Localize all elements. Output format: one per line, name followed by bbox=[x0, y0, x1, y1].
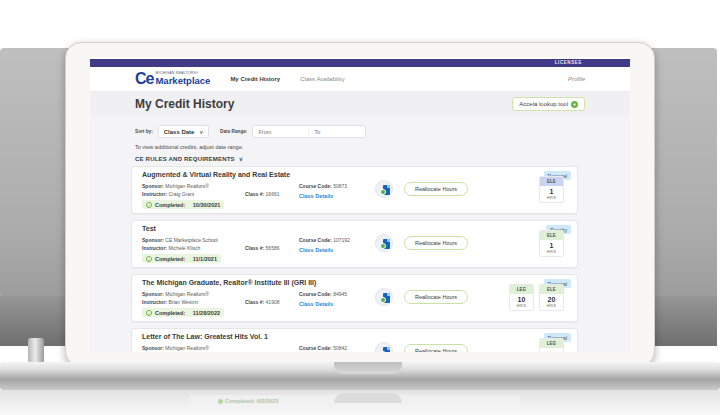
sponsor-label: Sponsor: bbox=[142, 291, 164, 297]
credit-hours: 20 bbox=[540, 296, 563, 303]
credit-badges: LEG 10HRS ELE 20HRS bbox=[509, 284, 564, 311]
completed-label: Completed: bbox=[155, 310, 185, 316]
course-code-label: Course Code: bbox=[299, 237, 332, 243]
credit-hours: 10 bbox=[510, 296, 533, 303]
credit-type: ELE bbox=[540, 285, 563, 294]
mockup-stage: LICENSEE Ce MICHIGAN REALTORS® Marketpla… bbox=[0, 0, 720, 415]
instructor-label: Instructor: bbox=[142, 299, 167, 305]
class-number-label: Class #: bbox=[245, 245, 264, 251]
credit-hours: 1 bbox=[540, 188, 563, 195]
sponsor-label: Sponsor: bbox=[142, 237, 164, 243]
ce-rules-toggle[interactable]: CE RULES AND REQUIREMENTS∨ bbox=[135, 155, 243, 162]
sort-by-dropdown[interactable]: Class Date ∨ bbox=[158, 125, 209, 138]
credit-badge: ELE 20HRS bbox=[539, 284, 564, 311]
main-navbar: Ce MICHIGAN REALTORS® Marketplace My Cre… bbox=[90, 67, 630, 92]
content-area: Sort by: Class Date ∨ Date Range: To vie… bbox=[90, 116, 630, 352]
course-code-value: 84945 bbox=[333, 291, 347, 297]
check-icon bbox=[218, 399, 223, 404]
profile-link[interactable]: Profile bbox=[568, 76, 585, 82]
course-code-label: Course Code: bbox=[299, 345, 332, 351]
accela-label: Accela lookup tool bbox=[519, 101, 568, 107]
course-card: Letter of The Law: Greatest Hits Vol. 1 … bbox=[131, 328, 578, 352]
course-code-value: 50873 bbox=[333, 183, 347, 189]
instructor-label: Instructor: bbox=[142, 245, 167, 251]
licensee-bar: LICENSEE bbox=[90, 59, 630, 67]
course-code-label: Course Code: bbox=[299, 291, 332, 297]
sponsor-value: Michigan Realtors® bbox=[165, 183, 209, 189]
reallocate-hours-button[interactable]: Reallocate Hours bbox=[404, 290, 468, 304]
course-title: Letter of The Law: Greatest Hits Vol. 1 bbox=[142, 333, 268, 340]
nav-class-availability[interactable]: Class Availability bbox=[300, 76, 345, 82]
reallocate-hours-button[interactable]: Reallocate Hours bbox=[404, 236, 468, 250]
page-title: My Credit History bbox=[135, 97, 234, 111]
credit-badge: LEG bbox=[539, 338, 564, 352]
date-range-label: Date Range: bbox=[220, 129, 247, 134]
course-card: Augmented & Virtual Reality and Real Est… bbox=[131, 166, 578, 214]
sponsor-label: Sponsor: bbox=[142, 345, 164, 351]
credit-badge: ELE 1HRS bbox=[539, 176, 564, 203]
date-range-hint: To view additional credits, adjust date … bbox=[135, 144, 243, 150]
reflection-notch bbox=[334, 393, 402, 403]
credit-hours: 1 bbox=[540, 242, 563, 249]
date-to-input[interactable] bbox=[309, 129, 365, 135]
completed-label: Completed: bbox=[155, 202, 185, 208]
reallocate-hours-button[interactable]: Reallocate Hours bbox=[404, 344, 468, 352]
course-code-value: 107192 bbox=[333, 237, 350, 243]
class-number-value: 16661 bbox=[266, 191, 280, 197]
filter-bar: Sort by: Class Date ∨ Date Range: bbox=[135, 125, 366, 138]
credit-type: ELE bbox=[540, 231, 563, 240]
hrs-label: HRS bbox=[510, 303, 533, 308]
instructor-value: Craig Grant bbox=[168, 191, 194, 197]
check-icon: ✓ bbox=[146, 256, 152, 262]
class-number-value: 56586 bbox=[266, 245, 280, 251]
hrs-label: HRS bbox=[540, 303, 563, 308]
course-doc-icon bbox=[375, 180, 393, 198]
hrs-label: HRS bbox=[540, 195, 563, 200]
completed-chip: ✓ Completed: 11/28/2022 bbox=[142, 308, 224, 317]
course-doc-icon bbox=[375, 234, 393, 252]
chevron-down-icon: ∨ bbox=[199, 129, 203, 135]
course-title: Test bbox=[142, 225, 156, 232]
instructor-value: Michele Klisch bbox=[168, 245, 200, 251]
course-card: The Michigan Graduate, Realtor® Institut… bbox=[131, 274, 578, 322]
course-title: Augmented & Virtual Reality and Real Est… bbox=[142, 171, 290, 178]
reflection-completed-text: Completed: 6/2/2023 bbox=[225, 398, 278, 404]
sponsor-value: CE Marketplace School bbox=[165, 237, 217, 243]
instructor-value: Brian Westrin bbox=[168, 299, 198, 305]
date-from-input[interactable] bbox=[253, 129, 309, 135]
course-code-label: Course Code: bbox=[299, 183, 332, 189]
class-details-link[interactable]: Class Details bbox=[299, 301, 333, 307]
completed-date: 10/30/2021 bbox=[193, 202, 221, 208]
class-number-label: Class #: bbox=[245, 191, 264, 197]
credit-badges: LEG bbox=[539, 338, 564, 352]
accela-lookup-button[interactable]: Accela lookup tool + bbox=[512, 97, 585, 111]
completed-chip: ✓ Completed: 10/30/2021 bbox=[142, 200, 224, 209]
class-details-link[interactable]: Class Details bbox=[299, 193, 333, 199]
class-details-link[interactable]: Class Details bbox=[299, 247, 333, 253]
credit-badges: ELE 1HRS bbox=[539, 176, 564, 203]
page-title-band: My Credit History Accela lookup tool + bbox=[90, 92, 630, 116]
sponsor-label: Sponsor: bbox=[142, 183, 164, 189]
class-number-value: 41908 bbox=[266, 299, 280, 305]
instructor-label: Instructor: bbox=[142, 191, 167, 197]
laptop-screen: LICENSEE Ce MICHIGAN REALTORS® Marketpla… bbox=[90, 57, 630, 352]
sponsor-value: Michigan Realtors® bbox=[165, 345, 209, 351]
ce-rules-label: CE RULES AND REQUIREMENTS bbox=[135, 156, 235, 162]
sort-by-value: Class Date bbox=[164, 129, 195, 135]
date-range-box bbox=[252, 125, 366, 138]
hrs-label: HRS bbox=[540, 249, 563, 254]
ce-marketplace-logo[interactable]: Ce MICHIGAN REALTORS® Marketplace bbox=[135, 70, 210, 88]
sponsor-value: Michigan Realtors® bbox=[165, 291, 209, 297]
reallocate-hours-button[interactable]: Reallocate Hours bbox=[404, 182, 468, 196]
logo-ce-mark: Ce bbox=[135, 70, 153, 88]
reflection-completed-chip: Completed: 6/2/2023 bbox=[218, 398, 278, 404]
check-icon: ✓ bbox=[146, 310, 152, 316]
completed-date: 11/28/2022 bbox=[193, 310, 220, 316]
nav-my-credit-history[interactable]: My Credit History bbox=[230, 76, 280, 82]
class-number-label: Class #: bbox=[245, 299, 264, 305]
credit-type: ELE bbox=[540, 177, 563, 186]
completed-date: 11/1/2021 bbox=[193, 256, 217, 262]
credit-type: LEG bbox=[510, 285, 533, 294]
course-doc-icon bbox=[375, 342, 393, 352]
course-code-value: 50842 bbox=[333, 345, 347, 351]
